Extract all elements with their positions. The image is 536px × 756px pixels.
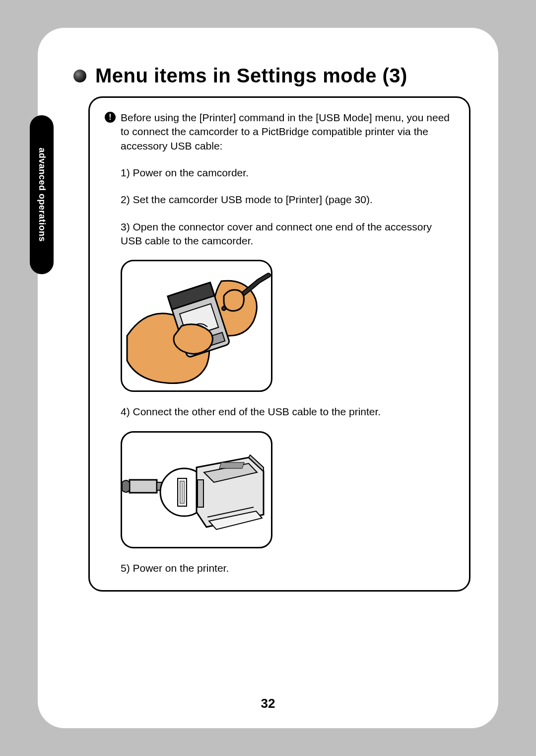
step-2: 2) Set the camcorder USB mode to [Printe… <box>121 193 454 207</box>
intro-text: Before using the [Printer] command in th… <box>121 111 454 153</box>
info-box: ! Before using the [Printer] command in … <box>88 96 470 592</box>
section-tab: advanced operations <box>30 115 54 274</box>
illustration-printer <box>121 431 272 548</box>
step-5: 5) Power on the printer. <box>121 561 454 575</box>
heading-title: Menu items in Settings mode (3) <box>95 65 407 87</box>
heading-bullet-icon <box>73 70 86 82</box>
page-heading: Menu items in Settings mode (3) <box>73 65 463 87</box>
alert-icon: ! <box>105 112 116 123</box>
page-number: 32 <box>38 696 498 711</box>
illustration-camcorder <box>121 260 272 392</box>
intro-row: ! Before using the [Printer] command in … <box>105 111 454 153</box>
step-4: 4) Connect the other end of the USB cabl… <box>121 405 454 419</box>
manual-page: Menu items in Settings mode (3) ! Before… <box>38 28 498 728</box>
step-1: 1) Power on the camcorder. <box>121 166 454 180</box>
svg-rect-11 <box>198 480 203 507</box>
svg-rect-10 <box>219 462 244 468</box>
svg-rect-4 <box>130 480 157 493</box>
section-tab-label: advanced operations <box>37 148 47 242</box>
step-3: 3) Open the connector cover and connect … <box>121 220 454 248</box>
